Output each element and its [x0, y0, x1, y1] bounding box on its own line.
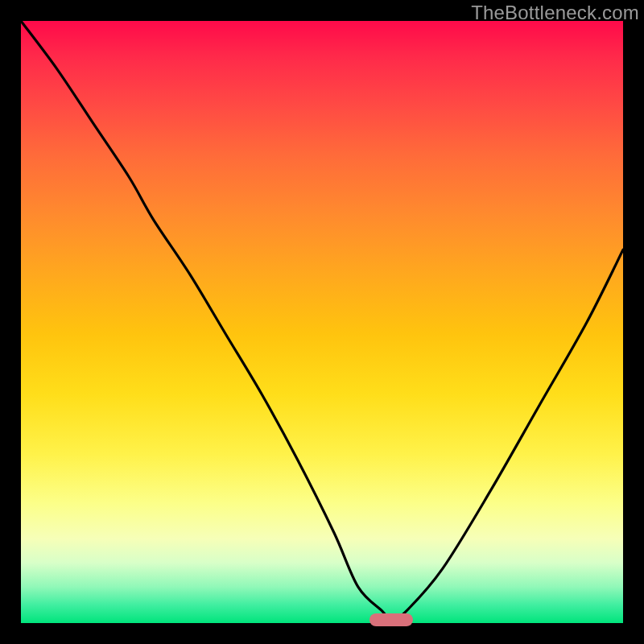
watermark-text: TheBottleneck.com: [471, 2, 639, 24]
plot-frame: [21, 21, 623, 623]
heat-gradient-background: [21, 21, 623, 623]
optimal-point-marker: [369, 613, 413, 626]
